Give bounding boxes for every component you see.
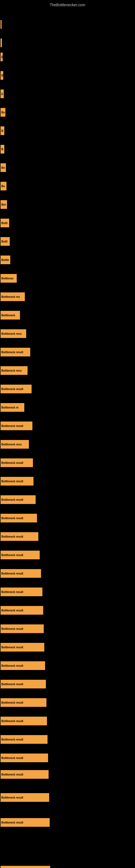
bar-row (0, 35, 135, 51)
bar-label: Bottleneck (1, 314, 15, 317)
bar-row: Bottleneck result (0, 862, 135, 868)
bar-label: Bottleneck result (1, 683, 23, 686)
bar: Bottleneck resu (1, 366, 28, 375)
bar-row: Bottleneck result (0, 492, 135, 508)
bar-row: Bottleneck result (0, 565, 135, 582)
bar: Bottleneck result (1, 643, 44, 652)
bar: Bottleneck result (1, 569, 41, 578)
bar: Bottleneck resu (1, 329, 26, 338)
bar: Bo (1, 108, 5, 117)
bar: E (1, 90, 4, 98)
bar: Bottleneck result (1, 422, 32, 430)
bar-label: Bottleneck result (1, 646, 23, 649)
bar-label: Bottleneck result (1, 572, 23, 575)
bar-row: Bot (0, 196, 135, 213)
bar-row: Bottleneck res (0, 289, 135, 305)
bar-label: Bot (1, 203, 6, 206)
bar: Bottleneck result (1, 735, 48, 744)
bar-label: Bottleneck result (1, 461, 23, 464)
bar: Bottl (1, 219, 9, 227)
bar-label: | (1, 23, 2, 26)
bar-label: Bottleneck res (1, 296, 20, 299)
bar-row: Bottl (0, 233, 135, 250)
bar: B (1, 71, 3, 80)
bar-row: Bottleneck resu (0, 436, 135, 453)
bar-row: Bottleneck result (0, 510, 135, 526)
bar: Bottleneck result (1, 770, 49, 779)
bar-label: Bo (1, 111, 5, 114)
bar: Bottleneck result (1, 698, 46, 707)
bar-label: Bottleneck result (1, 773, 23, 776)
bar-label: E (1, 56, 3, 59)
bar: Bottl (1, 237, 10, 246)
bar-label: B (1, 74, 3, 77)
bar-label: Bo (1, 166, 5, 169)
bar-row: Bottleneck result (0, 814, 135, 831)
bar: Bottlenec (1, 274, 17, 283)
bar-label: Bottle (1, 258, 9, 261)
bar-label: Bo (1, 185, 5, 188)
bar: Bottleneck result (1, 680, 46, 688)
bar: Bottleneck result (1, 458, 33, 467)
bar-row: Bo (0, 159, 135, 176)
bar: Bo (1, 182, 6, 190)
bar: Bottleneck re (1, 403, 24, 412)
bar-label: B (1, 129, 3, 132)
bar-row: Bottl (0, 215, 135, 231)
bar: Bottleneck result (1, 348, 30, 356)
bar-label: Bottleneck result (1, 480, 23, 483)
bar-label: Bottleneck result (1, 627, 23, 630)
bar-row: Bottleneck result (0, 657, 135, 674)
bar-row: B (0, 141, 135, 157)
bar-label: Bottleneck resu (1, 443, 21, 446)
bar-label: Bottlenec (1, 277, 14, 280)
bar-label: Bottl (1, 240, 8, 243)
bar-row: B (0, 123, 135, 139)
bar: Bottle (1, 255, 10, 264)
bar-row: Bottleneck result (0, 750, 135, 766)
bar-row: Bottleneck result (0, 602, 135, 618)
bar-label: Bottl (1, 222, 8, 225)
bar-label: Bottleneck result (1, 738, 23, 741)
bar-row: E (0, 49, 135, 65)
bar: Bottleneck result (1, 588, 42, 596)
bar-label: Bottleneck resu (1, 332, 21, 335)
bar: B (1, 126, 4, 135)
bar-label: Bottleneck result (1, 821, 23, 824)
bar-row: Bo (0, 104, 135, 120)
bar: Bottleneck result (1, 606, 43, 615)
bar-label: Bottleneck result (1, 796, 23, 799)
bar: Bottleneck result (1, 532, 38, 541)
bar-row: Bo (0, 178, 135, 194)
bar: Bottleneck (1, 311, 20, 319)
bar: Bottleneck result (1, 384, 32, 393)
bar: Bottleneck result (1, 624, 44, 633)
bar-label: Bottleneck result (1, 701, 23, 704)
bar-row: E (0, 86, 135, 102)
bar: Bottleneck result (1, 477, 34, 486)
bar-label: Bottleneck resu (1, 369, 21, 372)
bar: Bottleneck result (1, 551, 40, 559)
bar-label: Bottleneck result (1, 664, 23, 667)
bar-label: Bottleneck result (1, 554, 23, 557)
bar-row: Bottleneck result (0, 789, 135, 806)
bar-row: Bottleneck result (0, 584, 135, 600)
bar-label: Bottleneck result (1, 720, 23, 723)
bar-row: Bottleneck result (0, 344, 135, 360)
bar-label: Bottleneck result (1, 535, 23, 538)
bar: Bottleneck result (1, 661, 45, 670)
bar-row: Bottleneck result (0, 639, 135, 655)
bar-row: Bottleneck result (0, 528, 135, 545)
bar: Bottleneck result (1, 495, 36, 504)
bar: Bottleneck result (1, 717, 47, 725)
bar-label: Bottleneck result (1, 388, 23, 391)
bar-row: Bottleneck result (0, 455, 135, 471)
bar-row: Bottleneck result (0, 676, 135, 692)
bar-row: Bottlenec (0, 270, 135, 286)
bar: Bottleneck result (1, 818, 50, 827)
bar: Bottleneck result (1, 866, 50, 868)
bar: B (1, 145, 4, 154)
bar-label: B (1, 148, 3, 151)
bar-label: Bottleneck re (1, 406, 18, 409)
bar: E (1, 53, 3, 61)
